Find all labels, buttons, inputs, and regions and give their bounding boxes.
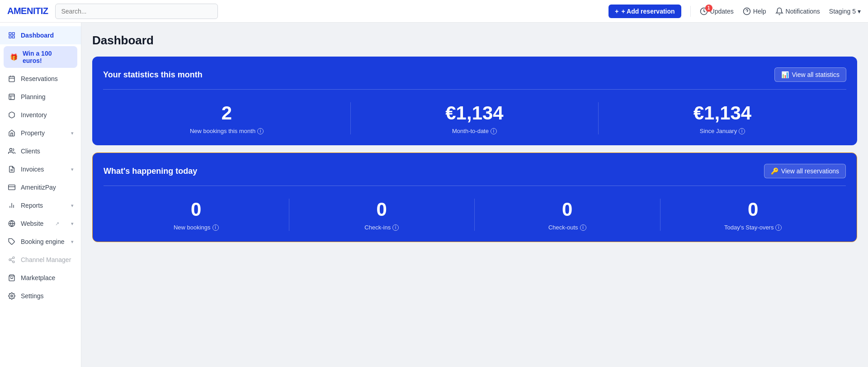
sidebar-item-inventory[interactable]: Inventory bbox=[0, 106, 81, 124]
chevron-down-icon: ▾ bbox=[71, 221, 74, 227]
app-body: Dashboard 🎁 Win a 100 euros! Reservation… bbox=[0, 23, 868, 367]
sidebar-item-label: Settings bbox=[21, 292, 44, 300]
sidebar-item-amenitizpay[interactable]: AmenitizPay bbox=[0, 178, 81, 196]
stat-value: €1,134 bbox=[693, 102, 751, 124]
stat-value: 2 bbox=[222, 102, 232, 124]
main-content: Dashboard Your statistics this month 📊 V… bbox=[81, 23, 868, 367]
sidebar-item-reservations[interactable]: Reservations bbox=[0, 70, 81, 88]
external-link-icon: ↗ bbox=[55, 221, 59, 227]
chevron-down-icon: ▾ bbox=[71, 203, 74, 209]
svg-rect-7 bbox=[9, 76, 14, 82]
key-icon: 🔑 bbox=[771, 167, 778, 175]
shopping-bag-icon bbox=[7, 273, 16, 282]
sidebar-item-clients[interactable]: Clients bbox=[0, 142, 81, 160]
stat-month-to-date: €1,134 Month-to-date i bbox=[351, 102, 599, 134]
sidebar-item-win[interactable]: 🎁 Win a 100 euros! bbox=[4, 46, 77, 68]
statistics-card: Your statistics this month 📊 View all st… bbox=[92, 57, 857, 145]
home-icon bbox=[7, 129, 16, 138]
updates-label: Updates bbox=[710, 8, 734, 15]
info-icon[interactable]: i bbox=[739, 128, 745, 134]
help-button[interactable]: Help bbox=[743, 7, 766, 15]
sidebar-item-label: Reservations bbox=[21, 75, 58, 82]
info-icon[interactable]: i bbox=[392, 224, 399, 231]
share-icon bbox=[7, 255, 16, 264]
info-icon[interactable]: i bbox=[212, 224, 219, 231]
chevron-down-icon: ▾ bbox=[71, 167, 74, 172]
chevron-down-icon: ▾ bbox=[71, 130, 74, 136]
stat-value: 0 bbox=[562, 199, 572, 220]
stat-label: Today's Stay-overs i bbox=[724, 224, 782, 231]
navbar-divider bbox=[690, 6, 691, 17]
svg-point-26 bbox=[9, 259, 11, 261]
stat-since-january: €1,134 Since January i bbox=[599, 102, 846, 134]
svg-rect-5 bbox=[9, 36, 11, 38]
sidebar-item-invoices[interactable]: Invoices ▾ bbox=[0, 160, 81, 178]
sidebar-item-label: Win a 100 euros! bbox=[23, 50, 72, 64]
plus-icon: + bbox=[615, 8, 618, 15]
navbar: AMENITIZ + + Add reservation 1 Updates H… bbox=[0, 0, 868, 23]
sidebar-item-label: Inventory bbox=[21, 111, 47, 119]
notifications-button[interactable]: Notifications bbox=[775, 7, 820, 15]
sidebar-item-booking-engine[interactable]: Booking engine ▾ bbox=[0, 233, 81, 251]
sidebar-item-reports[interactable]: Reports ▾ bbox=[0, 196, 81, 214]
sidebar-item-label: Property bbox=[21, 129, 45, 137]
calendar-icon bbox=[7, 74, 16, 83]
bar-chart-icon bbox=[7, 201, 16, 210]
sidebar-item-marketplace[interactable]: Marketplace bbox=[0, 269, 81, 287]
globe-icon bbox=[7, 219, 16, 228]
add-reservation-button[interactable]: + + Add reservation bbox=[609, 5, 681, 18]
bell-icon bbox=[775, 7, 783, 15]
layout-icon bbox=[7, 92, 16, 101]
stat-label: Check-ins i bbox=[364, 224, 399, 231]
svg-rect-3 bbox=[9, 33, 11, 35]
sidebar-item-dashboard[interactable]: Dashboard bbox=[0, 26, 81, 44]
svg-line-29 bbox=[11, 258, 13, 259]
sidebar-item-label: Dashboard bbox=[21, 32, 54, 39]
svg-rect-6 bbox=[12, 36, 14, 38]
sidebar-item-label: AmenitizPay bbox=[21, 184, 56, 191]
svg-point-31 bbox=[11, 295, 13, 297]
sidebar: Dashboard 🎁 Win a 100 euros! Reservation… bbox=[0, 23, 81, 367]
svg-rect-11 bbox=[9, 94, 14, 100]
svg-point-14 bbox=[9, 148, 12, 151]
svg-rect-17 bbox=[9, 185, 15, 190]
stat-check-ins: 0 Check-ins i bbox=[289, 199, 475, 231]
sidebar-item-label: Marketplace bbox=[21, 274, 55, 281]
sidebar-item-label: Channel Manager bbox=[21, 256, 71, 263]
info-icon[interactable]: i bbox=[257, 128, 264, 134]
view-all-statistics-button[interactable]: 📊 View all statistics bbox=[774, 67, 846, 82]
sidebar-item-property[interactable]: Property ▾ bbox=[0, 124, 81, 142]
box-icon bbox=[7, 110, 16, 119]
updates-button[interactable]: 1 Updates bbox=[700, 7, 734, 15]
tag-icon bbox=[7, 237, 16, 246]
staging-selector[interactable]: Staging 5 ▾ bbox=[829, 8, 861, 15]
page-title: Dashboard bbox=[92, 33, 857, 48]
info-icon[interactable]: i bbox=[491, 128, 497, 134]
today-title: What's happening today bbox=[104, 167, 197, 176]
sidebar-item-settings[interactable]: Settings bbox=[0, 287, 81, 305]
sidebar-item-label: Booking engine bbox=[21, 238, 65, 245]
stat-label: New bookings this month i bbox=[190, 128, 264, 134]
chevron-down-icon: ▾ bbox=[71, 239, 74, 245]
info-icon[interactable]: i bbox=[775, 224, 782, 231]
sidebar-item-website[interactable]: Website ↗ ▾ bbox=[0, 214, 81, 233]
view-all-statistics-label: View all statistics bbox=[792, 71, 840, 78]
gift-icon: 🎁 bbox=[9, 52, 18, 62]
stat-value: 0 bbox=[191, 199, 201, 220]
statistics-title: Your statistics this month bbox=[103, 70, 203, 80]
today-stats-grid: 0 New bookings i 0 Check-ins i 0 bbox=[104, 199, 846, 231]
sidebar-item-label: Reports bbox=[21, 202, 43, 209]
users-icon bbox=[7, 147, 16, 156]
stat-value: 0 bbox=[748, 199, 758, 220]
search-input[interactable] bbox=[55, 4, 218, 19]
credit-card-icon bbox=[7, 183, 16, 192]
navbar-right: + + Add reservation 1 Updates Help Notif… bbox=[609, 5, 861, 18]
help-label: Help bbox=[753, 8, 766, 15]
view-all-reservations-button[interactable]: 🔑 View all reservations bbox=[764, 164, 846, 178]
logo[interactable]: AMENITIZ bbox=[7, 6, 48, 16]
svg-rect-4 bbox=[12, 33, 14, 35]
sidebar-item-planning[interactable]: Planning bbox=[0, 88, 81, 106]
updates-badge: 1 bbox=[705, 5, 712, 12]
info-icon[interactable]: i bbox=[580, 224, 586, 231]
help-icon bbox=[743, 7, 751, 15]
